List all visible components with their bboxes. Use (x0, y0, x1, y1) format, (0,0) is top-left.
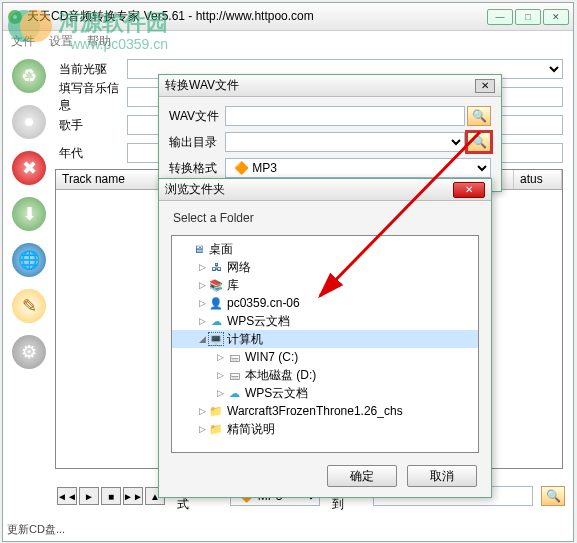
wav-dialog-title: 转换WAV文件 (165, 77, 475, 94)
folder-icon: 📁 (208, 422, 224, 436)
expand-icon[interactable]: ▷ (196, 406, 208, 416)
wav-dialog-titlebar: 转换WAV文件 ✕ (159, 75, 501, 97)
tree-node-label: 库 (227, 277, 239, 294)
prev-button[interactable]: ◄◄ (57, 487, 77, 505)
tree-node-label: 网络 (227, 259, 251, 276)
desktop-icon: 🖥 (190, 242, 206, 256)
cancel-button[interactable]: 取消 (407, 465, 477, 487)
tree-node-label: pc0359.cn-06 (227, 296, 300, 310)
maximize-button[interactable]: □ (515, 9, 541, 25)
edit-icon[interactable]: ✎ (12, 289, 46, 323)
status-bar: 更新CD盘... (7, 522, 65, 537)
titlebar: 天天CD音频转换专家 Ver5.61 - http://www.httpoo.c… (3, 3, 573, 31)
expand-icon[interactable]: ▷ (196, 316, 208, 326)
play-button[interactable]: ► (79, 487, 99, 505)
svg-point-1 (13, 15, 17, 19)
expand-icon[interactable]: ▷ (214, 370, 226, 380)
folder-dialog-titlebar: 浏览文件夹 ✕ (159, 179, 491, 201)
folder-dialog-close-button[interactable]: ✕ (453, 182, 485, 198)
disc-icon[interactable] (12, 105, 46, 139)
folder-prompt: Select a Folder (159, 201, 491, 231)
wav-dialog-close-button[interactable]: ✕ (475, 79, 495, 93)
minimize-button[interactable]: — (487, 9, 513, 25)
ok-button[interactable]: 确定 (327, 465, 397, 487)
tree-node[interactable]: ▷📁精简说明 (172, 420, 478, 438)
musicinfo-label: 填写音乐信息 (55, 80, 127, 114)
window-buttons: — □ ✕ (487, 9, 569, 25)
lib-icon: 📚 (208, 278, 224, 292)
wavfile-input[interactable] (225, 106, 465, 126)
tree-node[interactable]: ▷🖴本地磁盘 (D:) (172, 366, 478, 384)
tree-node-label: Warcraft3FrozenThrone1.26_chs (227, 404, 403, 418)
menu-file[interactable]: 文件 (11, 33, 35, 50)
menu-help[interactable]: 帮助 (87, 33, 111, 50)
pc-icon: 💻 (208, 332, 224, 346)
folder-dialog-title: 浏览文件夹 (165, 181, 453, 198)
tree-node[interactable]: ▷☁WPS云文档 (172, 312, 478, 330)
saveto-browse-button[interactable]: 🔍 (541, 486, 565, 506)
cloud-icon: ☁ (208, 314, 224, 328)
hdd-icon: 🖴 (226, 368, 242, 382)
tree-node[interactable]: ◢💻计算机 (172, 330, 478, 348)
singer-label: 歌手 (55, 117, 127, 134)
user-icon: 👤 (208, 296, 224, 310)
tree-node-label: WIN7 (C:) (245, 350, 298, 364)
tree-node[interactable]: ▷🖴WIN7 (C:) (172, 348, 478, 366)
expand-icon[interactable]: ▷ (196, 262, 208, 272)
wav-format-label: 转换格式 (169, 160, 225, 177)
tree-node-label: 桌面 (209, 241, 233, 258)
menu-settings[interactable]: 设置 (49, 33, 73, 50)
app-title: 天天CD音频转换专家 Ver5.61 - http://www.httpoo.c… (27, 8, 487, 25)
folder-icon: 📁 (208, 404, 224, 418)
expand-icon[interactable]: ▷ (214, 388, 226, 398)
next-button[interactable]: ►► (123, 487, 143, 505)
folder-tree[interactable]: 🖥桌面▷🖧网络▷📚库▷👤pc0359.cn-06▷☁WPS云文档◢💻计算机▷🖴W… (171, 235, 479, 453)
sidebar: ♻ ✖ ⬇ 🌐 ✎ ⚙ (3, 51, 55, 489)
expand-icon[interactable]: ▷ (196, 298, 208, 308)
globe-icon[interactable]: 🌐 (12, 243, 46, 277)
outdir-label: 输出目录 (169, 134, 225, 151)
tree-node[interactable]: ▷📁Warcraft3FrozenThrone1.26_chs (172, 402, 478, 420)
year-label: 年代 (55, 145, 127, 162)
net-icon: 🖧 (208, 260, 224, 274)
wav-format-select[interactable]: 🔶 MP3 (225, 158, 491, 178)
tree-node[interactable]: 🖥桌面 (172, 240, 478, 258)
col-status[interactable]: atus (514, 170, 562, 189)
cloud-icon: ☁ (226, 386, 242, 400)
tree-node-label: 精简说明 (227, 421, 275, 438)
drive-label: 当前光驱 (55, 61, 127, 78)
tree-node[interactable]: ▷👤pc0359.cn-06 (172, 294, 478, 312)
refresh-icon[interactable]: ♻ (12, 59, 46, 93)
settings-icon[interactable]: ⚙ (12, 335, 46, 369)
wavfile-label: WAV文件 (169, 108, 225, 125)
folder-browse-dialog: 浏览文件夹 ✕ Select a Folder 🖥桌面▷🖧网络▷📚库▷👤pc03… (158, 178, 492, 498)
download-icon[interactable]: ⬇ (12, 197, 46, 231)
wavfile-browse-button[interactable]: 🔍 (467, 106, 491, 126)
tree-node[interactable]: ▷🖧网络 (172, 258, 478, 276)
cancel-icon[interactable]: ✖ (12, 151, 46, 185)
tree-node[interactable]: ▷📚库 (172, 276, 478, 294)
expand-icon[interactable]: ▷ (196, 424, 208, 434)
expand-icon[interactable]: ▷ (196, 280, 208, 290)
outdir-select[interactable] (225, 132, 465, 152)
outdir-browse-button[interactable]: 🔍 (467, 132, 491, 152)
playback-controls: ◄◄ ► ■ ►► ▲ (57, 487, 165, 505)
expand-icon[interactable]: ◢ (196, 334, 208, 344)
expand-icon[interactable]: ▷ (214, 352, 226, 362)
app-icon (7, 9, 23, 25)
close-button[interactable]: ✕ (543, 9, 569, 25)
tree-node[interactable]: ▷☁WPS云文档 (172, 384, 478, 402)
stop-button[interactable]: ■ (101, 487, 121, 505)
tree-node-label: WPS云文档 (245, 385, 308, 402)
tree-node-label: 计算机 (227, 331, 263, 348)
menubar: 文件 设置 帮助 (3, 31, 573, 51)
tree-node-label: 本地磁盘 (D:) (245, 367, 316, 384)
tree-node-label: WPS云文档 (227, 313, 290, 330)
wav-convert-dialog: 转换WAV文件 ✕ WAV文件 🔍 输出目录 🔍 转换格式 🔶 MP3 (158, 74, 502, 192)
hdd-icon: 🖴 (226, 350, 242, 364)
